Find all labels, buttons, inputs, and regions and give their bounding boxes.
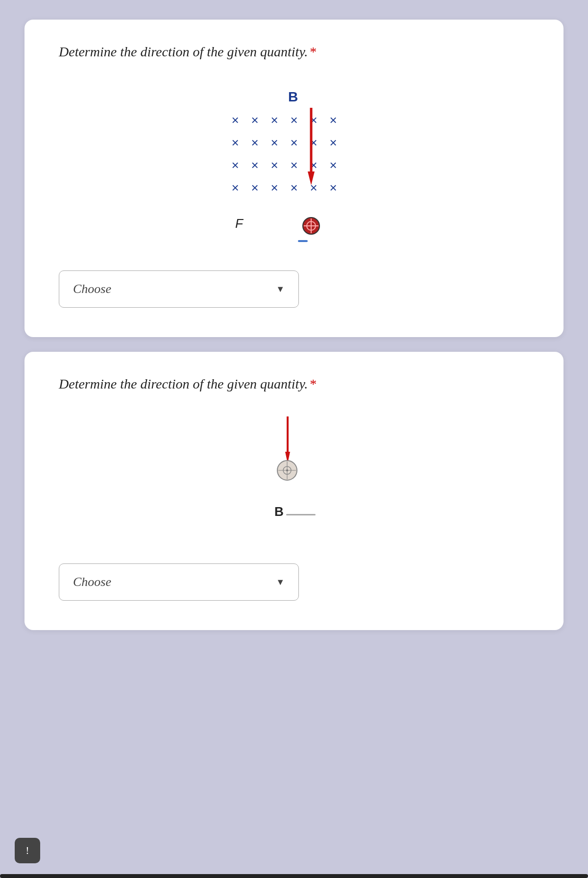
particle-circle-2 [276, 460, 298, 481]
x-cell: × [265, 176, 284, 199]
x-cell: × [323, 131, 343, 154]
f-label: F [235, 216, 243, 231]
dropdown-wrapper-2: Choose ▼ [59, 563, 529, 601]
x-cell: × [265, 131, 284, 154]
x-cell: × [225, 176, 245, 199]
x-cell: × [323, 109, 343, 131]
particle-circle [302, 217, 320, 235]
x-cell: × [225, 131, 245, 154]
choose-dropdown-2[interactable]: Choose ▼ [59, 563, 299, 601]
dropdown-chevron-1: ▼ [276, 284, 285, 294]
card-1: Determine the direction of the given qua… [24, 20, 564, 337]
small-dash [298, 240, 308, 242]
x-grid: × × × × × × × × × × × × × × × × × × × × [225, 109, 343, 199]
velocity-arrow [308, 108, 315, 186]
x-cell: × [323, 176, 343, 199]
dropdown-placeholder-1: Choose [73, 282, 111, 296]
question-2: Determine the direction of the given qua… [59, 376, 529, 392]
x-cell: × [284, 176, 304, 199]
b-label-1: B [288, 89, 298, 105]
x-cell: × [284, 109, 304, 131]
x-cell: × [284, 131, 304, 154]
x-cell: × [245, 154, 265, 176]
x-cell: × [265, 109, 284, 131]
x-cell: × [245, 131, 265, 154]
required-star-2: * [310, 376, 317, 391]
exclamation-icon: ! [25, 844, 29, 857]
choose-dropdown-1[interactable]: Choose ▼ [59, 270, 299, 308]
diagram-2: B [59, 412, 529, 539]
x-cell: × [225, 109, 245, 131]
required-star-1: * [310, 44, 317, 59]
x-cell: × [265, 154, 284, 176]
dropdown-chevron-2: ▼ [276, 577, 285, 587]
velocity-arrow-2 [285, 416, 290, 465]
question-1-text: Determine the direction of the given qua… [59, 44, 308, 59]
question-1: Determine the direction of the given qua… [59, 44, 529, 60]
x-cell: × [323, 154, 343, 176]
x-cell: × [245, 109, 265, 131]
home-indicator [0, 874, 588, 878]
card-2: Determine the direction of the given qua… [24, 352, 564, 630]
question-2-text: Determine the direction of the given qua… [59, 376, 308, 391]
diagram-1: B × × × × × × × × × × × × × × × × × × [59, 79, 529, 246]
feedback-button[interactable]: ! [15, 838, 40, 863]
dropdown-placeholder-2: Choose [73, 575, 111, 589]
x-cell: × [225, 154, 245, 176]
b-label-2: B [274, 504, 284, 519]
x-cell: × [245, 176, 265, 199]
diagram-1-inner: B × × × × × × × × × × × × × × × × × × [216, 89, 372, 246]
b2-underline [286, 514, 316, 515]
x-cell: × [284, 154, 304, 176]
dropdown-wrapper-1: Choose ▼ [59, 270, 529, 308]
diagram-2-inner: B [235, 416, 353, 534]
svg-marker-1 [308, 171, 315, 185]
